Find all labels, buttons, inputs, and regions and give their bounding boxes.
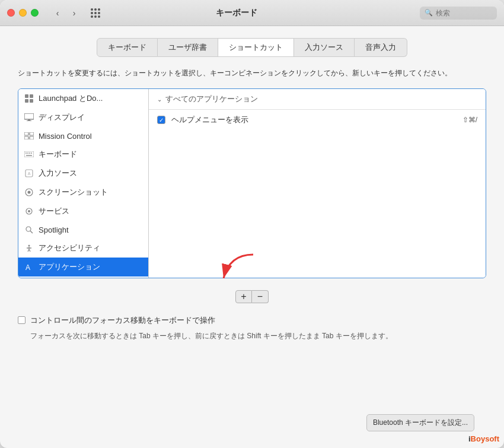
input-icon: A (24, 169, 34, 178)
sidebar-item-display[interactable]: ディスプレイ (18, 108, 148, 127)
tabs-bar: キーボード ユーザ辞書 ショートカット 入力ソース 音声入力 (18, 38, 486, 57)
shortcut-key: ⇧⌘/ (462, 116, 477, 124)
services-icon (24, 206, 34, 216)
sidebar-item-mission-label: Mission Control (39, 132, 92, 141)
sidebar-item-accessibility-label: アクセシビリティ (39, 243, 100, 253)
shortcut-item: ✓ ヘルプメニューを表示 ⇧⌘/ (149, 110, 486, 130)
watermark-brand: Boysoft (471, 434, 499, 443)
svg-rect-15 (31, 152, 32, 154)
svg-rect-3 (30, 99, 33, 103)
sidebar-item-keyboard[interactable]: キーボード (18, 145, 148, 164)
search-icon: 🔍 (425, 9, 433, 17)
bluetooth-label: Bluetooth キーボードを設定... (373, 418, 468, 428)
content-area: キーボード ユーザ辞書 ショートカット 入力ソース 音声入力 ショートカットを変… (0, 26, 504, 448)
main-panel: Launchpad とDo... ディスプレイ Mission Control (18, 88, 486, 278)
svg-rect-6 (27, 120, 31, 121)
sidebar-item-services[interactable]: サービス (18, 202, 148, 221)
svg-point-22 (28, 210, 30, 212)
sidebar-item-spotlight-label: Spotlight (39, 225, 69, 234)
svg-rect-4 (24, 113, 34, 119)
apps-icon: A (24, 262, 34, 272)
close-button[interactable] (7, 9, 15, 17)
svg-rect-1 (30, 94, 33, 98)
svg-rect-12 (25, 152, 27, 154)
right-panel-title: すべてのアプリケーション (165, 94, 258, 104)
svg-rect-11 (24, 151, 34, 157)
svg-point-25 (28, 245, 30, 247)
add-remove-controls: + − (235, 290, 269, 303)
sidebar-item-inputsource[interactable]: A 入力ソース (18, 164, 148, 183)
display-icon (24, 113, 34, 122)
svg-text:A: A (25, 263, 30, 271)
sidebar-item-spotlight[interactable]: Spotlight (18, 221, 148, 239)
svg-point-20 (28, 191, 31, 194)
sidebar-item-accessibility[interactable]: アクセシビリティ (18, 239, 148, 258)
svg-rect-2 (25, 99, 28, 103)
tab-userdic[interactable]: ユーザ辞書 (158, 38, 218, 57)
focus-row: コントロール間のフォーカス移動をキーボードで操作 (18, 315, 486, 326)
svg-rect-10 (30, 136, 34, 139)
window-title: キーボード (59, 8, 414, 18)
sidebar-item-input-label: 入力ソース (39, 168, 77, 179)
svg-line-24 (30, 231, 33, 233)
tab-keyboard[interactable]: キーボード (97, 38, 158, 57)
traffic-lights (7, 9, 39, 17)
sidebar-item-services-label: サービス (39, 206, 69, 217)
shortcut-checkbox[interactable]: ✓ (157, 116, 165, 124)
minimize-button[interactable] (19, 9, 27, 17)
focus-checkbox[interactable] (18, 316, 25, 324)
launchpad-icon (24, 94, 34, 103)
spotlight-icon (24, 225, 34, 234)
tab-inputsource[interactable]: 入力ソース (294, 38, 355, 57)
tab-shortcuts[interactable]: ショートカット (218, 38, 294, 57)
sidebar-item-screenshot[interactable]: スクリーンショット (18, 183, 148, 202)
focus-label: コントロール間のフォーカス移動をキーボードで操作 (30, 315, 215, 326)
accessibility-icon (24, 243, 34, 253)
chevron-down-icon: ⌄ (157, 96, 162, 103)
description-text: ショートカットを変更するには、ショートカットを選択し、キーコンビネーションをクリ… (18, 68, 486, 79)
svg-rect-9 (24, 136, 28, 139)
watermark: iBoysoft (468, 434, 499, 443)
svg-rect-0 (25, 94, 28, 98)
remove-button[interactable]: − (252, 290, 269, 303)
main-window: ‹ › キーボード 🔍 キーボード ユーザ辞書 ショートカット 入力ソース (0, 0, 504, 448)
shortcut-label: ヘルプメニューを表示 (171, 115, 457, 125)
sidebar-list: Launchpad とDo... ディスプレイ Mission Control (18, 89, 149, 278)
search-box[interactable]: 🔍 (420, 7, 497, 20)
sidebar-item-apps[interactable]: A アプリケーション (18, 258, 148, 277)
right-panel-header: ⌄ すべてのアプリケーション (149, 89, 486, 110)
screenshot-icon (24, 188, 34, 197)
right-panel: ⌄ すべてのアプリケーション ✓ ヘルプメニューを表示 ⇧⌘/ (149, 89, 486, 278)
sidebar-item-display-label: ディスプレイ (39, 112, 85, 123)
tab-voice[interactable]: 音声入力 (355, 38, 407, 57)
sidebar-item-apps-label: アプリケーション (39, 262, 100, 272)
red-arrow-annotation (218, 252, 259, 287)
svg-point-23 (26, 227, 31, 231)
sidebar-item-keyboard-label: キーボード (39, 149, 77, 160)
bluetooth-button[interactable]: Bluetooth キーボードを設定... (366, 414, 474, 431)
svg-rect-7 (24, 132, 28, 135)
add-button[interactable]: + (235, 290, 252, 303)
focus-description: フォーカスを次に移動するときは Tab キーを押し、前に戻すときは Shift … (30, 331, 486, 342)
sidebar-item-launchpad[interactable]: Launchpad とDo... (18, 89, 148, 108)
maximize-button[interactable] (31, 9, 39, 17)
svg-rect-16 (26, 155, 32, 156)
svg-text:A: A (28, 171, 31, 176)
mission-icon (24, 131, 34, 141)
svg-rect-5 (28, 119, 30, 120)
svg-line-29 (29, 249, 30, 252)
svg-rect-13 (27, 152, 28, 154)
svg-rect-14 (29, 152, 30, 154)
search-input[interactable] (436, 9, 492, 17)
svg-rect-8 (30, 132, 34, 135)
sidebar-item-screenshot-label: スクリーンショット (39, 187, 108, 198)
sidebar-item-mission[interactable]: Mission Control (18, 127, 148, 145)
keyboard-icon (24, 150, 34, 159)
sidebar-item-launchpad-label: Launchpad とDo... (39, 93, 103, 104)
titlebar: ‹ › キーボード 🔍 (0, 0, 504, 26)
arrow-container: + − (18, 278, 486, 303)
